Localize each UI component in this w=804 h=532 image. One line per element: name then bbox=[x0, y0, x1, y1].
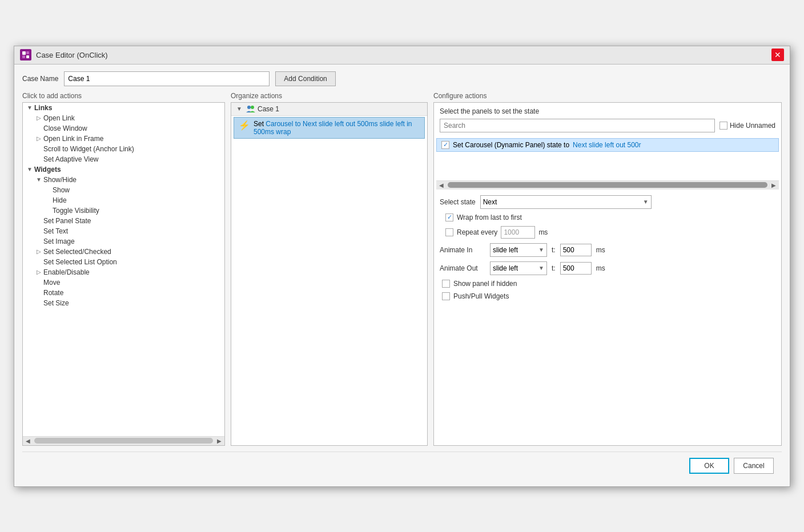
animate-in-label: Animate In bbox=[440, 246, 485, 254]
tree-item-set-adaptive[interactable]: Set Adaptive View bbox=[23, 154, 215, 164]
tree-item-show[interactable]: Show bbox=[23, 185, 215, 195]
state-dropdown-value: Next bbox=[483, 198, 497, 206]
hide-unnamed-label: Hide Unnamed bbox=[730, 122, 775, 130]
animate-out-t-label: t: bbox=[552, 264, 556, 272]
action-item[interactable]: ⚡ Set Carousel to Next slide left out 50… bbox=[234, 117, 425, 139]
expand-links-icon: ▼ bbox=[25, 104, 34, 111]
case-name-input[interactable] bbox=[64, 71, 270, 86]
show-panel-checkbox[interactable] bbox=[442, 280, 450, 288]
state-dropdown-arrow: ▼ bbox=[643, 199, 649, 205]
tree-item-set-text[interactable]: Set Text bbox=[23, 226, 215, 236]
tree-item-show-hide[interactable]: ▼ Show/Hide bbox=[23, 175, 215, 185]
animate-in-ms-label: ms bbox=[596, 246, 605, 254]
left-horiz-thumb[interactable] bbox=[34, 438, 213, 444]
ok-button[interactable]: OK bbox=[689, 458, 729, 474]
right-scroll-left-arrow[interactable]: ◀ bbox=[437, 181, 445, 189]
search-input[interactable] bbox=[440, 119, 715, 132]
animate-in-t-label: t: bbox=[552, 246, 556, 254]
expand-case-icon: ▼ bbox=[235, 106, 244, 112]
state-dropdown[interactable]: Next ▼ bbox=[480, 195, 652, 209]
close-button[interactable]: ✕ bbox=[771, 49, 784, 61]
wrap-checkmark-icon: ✓ bbox=[447, 214, 452, 220]
tree-item-toggle-visibility[interactable]: Toggle Visibility bbox=[23, 205, 215, 216]
svg-rect-0 bbox=[22, 51, 26, 55]
wrap-label: Wrap from last to first bbox=[457, 213, 522, 221]
middle-panel-header: Organize actions bbox=[231, 92, 428, 100]
animate-in-dropdown[interactable]: slide left ▼ bbox=[490, 243, 547, 257]
title-bar-left: Case Editor (OnClick) bbox=[20, 49, 108, 61]
panel-state-list: ✓ Set Carousel (Dynamic Panel) state to … bbox=[434, 135, 781, 180]
select-state-row: Select state Next ▼ bbox=[440, 195, 775, 209]
svg-rect-1 bbox=[26, 51, 29, 54]
right-top-section: Select the panels to set the state Hide … bbox=[434, 103, 781, 135]
left-scroll-area[interactable]: ▼ Links ▷ Open Link Close Window ▷ Ope bbox=[23, 103, 224, 436]
right-horiz-thumb[interactable] bbox=[448, 182, 767, 188]
tree-item-set-selected[interactable]: ▷ Set Selected/Checked bbox=[23, 247, 215, 257]
cancel-button[interactable]: Cancel bbox=[734, 458, 774, 474]
hide-unnamed-checkbox[interactable] bbox=[719, 122, 727, 130]
select-state-label: Select state bbox=[440, 198, 476, 206]
repeat-checkbox[interactable] bbox=[445, 228, 453, 236]
right-horiz-scrollbar[interactable]: ◀ ▶ bbox=[436, 180, 779, 190]
tree-item-widgets[interactable]: ▼ Widgets bbox=[23, 164, 215, 175]
repeat-ms-label: ms bbox=[538, 228, 548, 236]
svg-point-5 bbox=[251, 106, 254, 109]
right-spacer bbox=[434, 305, 781, 445]
right-section-label: Select the panels to set the state bbox=[440, 107, 775, 115]
expand-show-hide-icon: ▼ bbox=[34, 176, 43, 183]
wrap-checkbox[interactable]: ✓ bbox=[445, 213, 453, 221]
configure-section: Select state Next ▼ ✓ Wrap from last t bbox=[434, 190, 781, 305]
tree-item-rotate[interactable]: Rotate bbox=[23, 288, 215, 298]
left-horiz-scrollbar[interactable]: ◀ ▶ bbox=[23, 436, 224, 445]
tree-item-set-size[interactable]: Set Size bbox=[23, 298, 215, 308]
tree-item-enable-disable[interactable]: ▷ Enable/Disable bbox=[23, 267, 215, 277]
tree-item-links[interactable]: ▼ Links bbox=[23, 103, 215, 113]
expand-widgets-icon: ▼ bbox=[25, 166, 34, 172]
tree-item-set-selected-list[interactable]: Set Selected List Option bbox=[23, 257, 215, 267]
animate-out-label: Animate Out bbox=[440, 264, 485, 272]
right-panel-header: Configure actions bbox=[433, 92, 782, 100]
action-text-blue: Carousel to Next slide left out 500ms sl… bbox=[254, 120, 412, 136]
animate-in-row: Animate In slide left ▼ t: ms bbox=[440, 243, 775, 257]
action-text-container: Set Carousel to Next slide left out 500m… bbox=[254, 120, 420, 136]
animate-in-t-input[interactable] bbox=[560, 244, 592, 256]
animate-out-ms-label: ms bbox=[596, 264, 605, 272]
animate-out-row: Animate Out slide left ▼ t: ms bbox=[440, 261, 775, 275]
left-panel: ▼ Links ▷ Open Link Close Window ▷ Ope bbox=[22, 102, 225, 446]
tree-item-open-link-frame[interactable]: ▷ Open Link in Frame bbox=[23, 134, 215, 144]
push-pull-checkbox[interactable] bbox=[442, 292, 450, 300]
case-name-label: Case Name bbox=[22, 75, 58, 83]
right-panel: Select the panels to set the state Hide … bbox=[433, 102, 782, 446]
tree-item-close-window[interactable]: Close Window bbox=[23, 123, 215, 134]
push-pull-row: Push/Pull Widgets bbox=[442, 292, 775, 300]
animate-out-dropdown[interactable]: slide left ▼ bbox=[490, 261, 547, 275]
panel-state-checkbox[interactable]: ✓ bbox=[441, 141, 449, 149]
add-condition-button[interactable]: Add Condition bbox=[275, 71, 335, 86]
repeat-value-input[interactable] bbox=[501, 226, 535, 239]
panel-state-text-blue: Next slide left out 500r bbox=[573, 141, 641, 149]
tree-item-move[interactable]: Move bbox=[23, 277, 215, 288]
tree-item-hide[interactable]: Hide bbox=[23, 195, 215, 205]
repeat-row: Repeat every ms bbox=[445, 226, 775, 239]
scroll-right-arrow[interactable]: ▶ bbox=[215, 437, 223, 445]
middle-column: Organize actions ▼ bbox=[231, 92, 428, 446]
case-header: ▼ Case 1 bbox=[231, 103, 427, 116]
animate-out-value: slide left bbox=[493, 264, 518, 272]
animate-in-arrow: ▼ bbox=[538, 247, 544, 253]
left-column: Click to add actions ▼ Links ▷ Open Link bbox=[22, 92, 225, 446]
action-lightning-icon: ⚡ bbox=[239, 120, 250, 131]
case-icon bbox=[246, 105, 255, 113]
scroll-left-arrow[interactable]: ◀ bbox=[24, 437, 32, 445]
tree-item-set-image[interactable]: Set Image bbox=[23, 236, 215, 247]
panel-state-item[interactable]: ✓ Set Carousel (Dynamic Panel) state to … bbox=[436, 138, 779, 152]
tree-item-scroll-widget[interactable]: Scroll to Widget (Anchor Link) bbox=[23, 144, 215, 154]
left-panel-header: Click to add actions bbox=[22, 92, 225, 100]
expand-open-link-frame-icon: ▷ bbox=[34, 135, 43, 142]
tree-item-open-link[interactable]: ▷ Open Link bbox=[23, 113, 215, 123]
svg-rect-2 bbox=[22, 55, 25, 58]
middle-spacer bbox=[231, 140, 427, 445]
tree-item-set-panel-state[interactable]: Set Panel State bbox=[23, 216, 215, 226]
animate-out-t-input[interactable] bbox=[560, 262, 592, 275]
expand-open-link-icon: ▷ bbox=[34, 115, 43, 121]
right-scroll-right-arrow[interactable]: ▶ bbox=[770, 181, 778, 189]
